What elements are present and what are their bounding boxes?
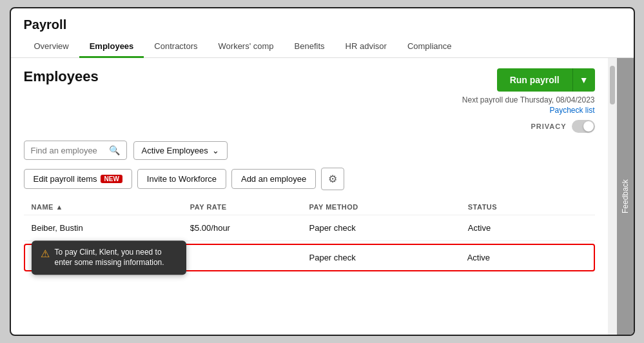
tab-hr-advisor[interactable]: HR advisor (335, 36, 397, 58)
header-right: Run payroll ▼ Next payroll due Thursday,… (462, 68, 595, 115)
tab-benefits[interactable]: Benefits (284, 36, 335, 58)
privacy-toggle[interactable] (572, 120, 595, 133)
privacy-row: PRIVACY (24, 120, 595, 133)
gear-icon: ⚙ (328, 173, 337, 184)
active-employees-label: Active Employees (142, 146, 208, 155)
warning-icon: ⚠ (41, 248, 50, 260)
page-title: Employees (24, 68, 99, 85)
run-payroll-dropdown-button[interactable]: ▼ (572, 68, 595, 92)
add-employee-button[interactable]: Add an employee (231, 169, 316, 189)
col-header-name: NAME ▲ (32, 203, 190, 211)
settings-button[interactable]: ⚙ (321, 168, 344, 190)
run-payroll-group: Run payroll ▼ (497, 68, 595, 92)
tab-employees[interactable]: Employees (79, 36, 144, 58)
tab-contractors[interactable]: Contractors (144, 36, 208, 58)
tab-overview[interactable]: Overview (24, 36, 79, 58)
toolbar-row: 🔍 Active Employees ⌄ (24, 141, 595, 160)
feedback-label: Feedback (621, 179, 630, 213)
invite-workforce-button[interactable]: Invite to Workforce (137, 169, 226, 189)
app-title: Payroll (11, 8, 634, 36)
tab-compliance[interactable]: Compliance (397, 36, 462, 58)
col-header-pay-method: PAY METHOD (309, 203, 468, 211)
feedback-tab[interactable]: Feedback (617, 58, 634, 335)
chevron-down-icon: ⌄ (212, 146, 219, 155)
pay-rate: $5.00/hour (190, 223, 309, 233)
missing-info-tooltip: ⚠ To pay Clint, Klent, you need to enter… (32, 240, 186, 275)
run-payroll-button[interactable]: Run payroll (497, 68, 572, 92)
pay-method: Paper check (309, 253, 467, 262)
col-header-status: STATUS (468, 203, 587, 211)
edit-payroll-label: Edit payroll items (34, 174, 97, 184)
table-row[interactable]: issing Paper check Active ⚠ To pay Clint… (24, 244, 595, 271)
next-payroll-text: Next payroll due Thursday, 08/04/2023 (462, 95, 595, 104)
privacy-label: PRIVACY (531, 122, 566, 130)
employee-name: Beiber, Bustin (32, 223, 190, 233)
action-buttons-row: Edit payroll items NEW Invite to Workfor… (24, 168, 595, 190)
new-badge: NEW (101, 175, 122, 183)
tab-workers-comp[interactable]: Workers' comp (208, 36, 284, 58)
add-employee-label: Add an employee (241, 174, 306, 184)
scrollbar[interactable] (608, 58, 617, 335)
content-area: Employees Run payroll ▼ Next payroll due… (11, 58, 608, 335)
edit-payroll-button[interactable]: Edit payroll items NEW (24, 169, 132, 189)
table-header: NAME ▲ PAY RATE PAY METHOD STATUS (24, 199, 595, 215)
pay-method: Paper check (309, 223, 468, 233)
main-content: Employees Run payroll ▼ Next payroll due… (11, 58, 634, 335)
main-window: Payroll Overview Employees Contractors W… (10, 7, 635, 336)
col-header-pay-rate: PAY RATE (190, 203, 309, 211)
active-employees-dropdown[interactable]: Active Employees ⌄ (133, 141, 228, 160)
table-row[interactable]: Beiber, Bustin $5.00/hour Paper check Ac… (24, 215, 595, 241)
status: Active (467, 253, 586, 262)
tooltip-message: To pay Clint, Klent, you need to enter s… (55, 247, 177, 269)
scrollbar-thumb[interactable] (610, 66, 615, 104)
invite-workforce-label: Invite to Workforce (147, 174, 217, 184)
paycheck-link[interactable]: Paycheck list (549, 106, 594, 115)
content-header: Employees Run payroll ▼ Next payroll due… (24, 68, 595, 115)
search-icon: 🔍 (109, 145, 120, 155)
status: Active (468, 223, 587, 233)
tab-bar: Overview Employees Contractors Workers' … (11, 36, 634, 58)
search-input[interactable] (31, 146, 105, 155)
search-box: 🔍 (24, 141, 127, 160)
